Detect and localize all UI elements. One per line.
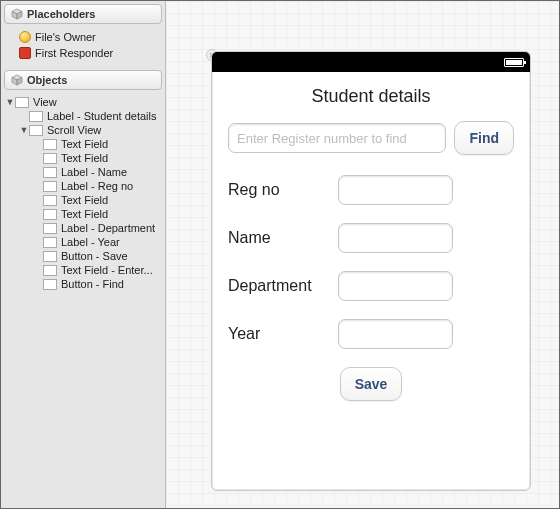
object-icon [43, 181, 57, 192]
tree-row-label: Text Field [61, 194, 108, 206]
tree-row[interactable]: Button - Save [1, 249, 165, 263]
input-year[interactable] [338, 319, 453, 349]
tree-row[interactable]: Text Field - Enter... [1, 263, 165, 277]
label-year: Year [228, 325, 338, 343]
outline-sidebar: Placeholders File's Owner First Responde… [1, 1, 166, 508]
placeholders-header-label: Placeholders [27, 8, 95, 20]
input-name[interactable] [338, 223, 453, 253]
object-icon [43, 209, 57, 220]
tree-row[interactable]: ▼View [1, 95, 165, 109]
object-icon [29, 125, 43, 136]
tree-row[interactable]: Button - Find [1, 277, 165, 291]
battery-icon [504, 58, 524, 67]
tree-row-label: Label - Department [61, 222, 155, 234]
tree-row-label: Button - Find [61, 278, 124, 290]
disclosure-triangle-icon [33, 223, 43, 233]
disclosure-triangle-icon [33, 153, 43, 163]
input-regno[interactable] [338, 175, 453, 205]
tree-row[interactable]: Text Field [1, 193, 165, 207]
tree-row-label: View [33, 96, 57, 108]
save-row: Save [228, 367, 514, 401]
row-name: Name [228, 223, 514, 253]
objects-tree: ▼ViewLabel - Student details▼Scroll View… [1, 93, 165, 293]
placeholder-label: First Responder [35, 47, 113, 59]
disclosure-triangle-icon [33, 251, 43, 261]
cube-icon [11, 8, 23, 20]
disclosure-triangle-icon [33, 265, 43, 275]
tree-row[interactable]: ▼Scroll View [1, 123, 165, 137]
label-regno: Reg no [228, 181, 338, 199]
tree-row[interactable]: Label - Reg no [1, 179, 165, 193]
tree-row-label: Text Field [61, 138, 108, 150]
tree-row-label: Label - Reg no [61, 180, 133, 192]
disclosure-triangle-icon [33, 139, 43, 149]
save-button[interactable]: Save [340, 367, 403, 401]
page-title: Student details [228, 86, 514, 107]
disclosure-triangle-icon [19, 111, 29, 121]
object-icon [43, 251, 57, 262]
find-button[interactable]: Find [454, 121, 514, 155]
input-department[interactable] [338, 271, 453, 301]
owner-icon [19, 31, 31, 43]
row-year: Year [228, 319, 514, 349]
disclosure-triangle-icon[interactable]: ▼ [19, 125, 29, 135]
tree-row[interactable]: Text Field [1, 137, 165, 151]
object-icon [15, 97, 29, 108]
tree-row[interactable]: Label - Year [1, 235, 165, 249]
tree-row[interactable]: Text Field [1, 151, 165, 165]
tree-row[interactable]: Label - Student details [1, 109, 165, 123]
tree-row-label: Text Field - Enter... [61, 264, 153, 276]
tree-row-label: Button - Save [61, 250, 128, 262]
cube-icon [11, 74, 23, 86]
app-view: Student details Find Reg no Name Departm… [212, 72, 530, 415]
disclosure-triangle-icon [33, 237, 43, 247]
disclosure-triangle-icon [33, 181, 43, 191]
disclosure-triangle-icon [33, 167, 43, 177]
search-row: Find [228, 121, 514, 155]
disclosure-triangle-icon [33, 195, 43, 205]
placeholder-first-responder[interactable]: First Responder [1, 45, 165, 61]
tree-row[interactable]: Label - Name [1, 165, 165, 179]
disclosure-triangle-icon[interactable]: ▼ [5, 97, 15, 107]
tree-row-label: Text Field [61, 208, 108, 220]
tree-row-label: Label - Student details [47, 110, 156, 122]
tree-row-label: Label - Name [61, 166, 127, 178]
label-name: Name [228, 229, 338, 247]
tree-row-label: Text Field [61, 152, 108, 164]
object-icon [43, 139, 57, 150]
placeholders-list: File's Owner First Responder [1, 27, 165, 67]
disclosure-triangle-icon [33, 209, 43, 219]
object-icon [43, 237, 57, 248]
object-icon [43, 167, 57, 178]
search-input[interactable] [228, 123, 446, 153]
placeholders-header: Placeholders [4, 4, 162, 24]
tree-row-label: Scroll View [47, 124, 101, 136]
row-department: Department [228, 271, 514, 301]
tree-row-label: Label - Year [61, 236, 120, 248]
device-frame: Student details Find Reg no Name Departm… [211, 51, 531, 491]
canvas: × Student details Find Reg no Name Depar… [166, 1, 559, 508]
responder-icon [19, 47, 31, 59]
status-bar [212, 52, 530, 72]
object-icon [43, 223, 57, 234]
object-icon [43, 153, 57, 164]
object-icon [43, 279, 57, 290]
object-icon [43, 265, 57, 276]
placeholder-files-owner[interactable]: File's Owner [1, 29, 165, 45]
object-icon [29, 111, 43, 122]
label-department: Department [228, 277, 338, 295]
tree-row[interactable]: Label - Department [1, 221, 165, 235]
row-regno: Reg no [228, 175, 514, 205]
tree-row[interactable]: Text Field [1, 207, 165, 221]
placeholder-label: File's Owner [35, 31, 96, 43]
objects-header: Objects [4, 70, 162, 90]
objects-header-label: Objects [27, 74, 67, 86]
object-icon [43, 195, 57, 206]
disclosure-triangle-icon [33, 279, 43, 289]
